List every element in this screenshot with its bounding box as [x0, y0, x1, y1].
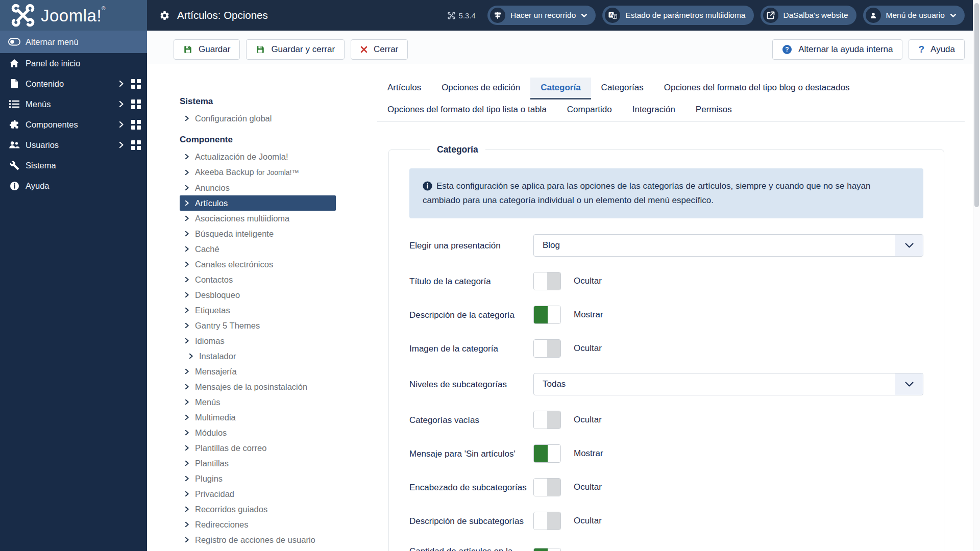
sidebar-item[interactable]: Panel de inicio: [0, 53, 147, 73]
form-row: Encabezado de subcategorías Ocultar: [409, 478, 923, 496]
options-nav: Sistema Configuración global Componente: [180, 64, 336, 551]
select-input[interactable]: Todas: [533, 373, 923, 395]
toggle-state-label: Ocultar: [574, 276, 602, 286]
options-nav-item[interactable]: Artículos: [180, 195, 336, 211]
options-nav-item[interactable]: Desbloqueo: [180, 287, 336, 303]
toggle-switch[interactable]: [533, 548, 561, 551]
options-nav-item[interactable]: Asociaciones multiidioma: [180, 211, 336, 226]
tab[interactable]: Compartido: [557, 99, 622, 121]
toggle-switch[interactable]: [533, 339, 561, 358]
options-nav-item[interactable]: Menús: [180, 394, 336, 410]
toggle-switch[interactable]: [533, 272, 561, 290]
toggle-switch[interactable]: [533, 478, 561, 496]
toggle-state-label: Ocultar: [574, 516, 602, 526]
chevron-right-icon: [185, 384, 189, 390]
options-nav-item[interactable]: Contactos: [180, 272, 336, 287]
tab[interactable]: Artículos: [377, 78, 431, 99]
sidebar-item-label: Sistema: [26, 161, 141, 170]
options-nav-item-label: Plantillas de correo: [195, 442, 266, 454]
scrollbar-thumb[interactable]: [974, 3, 979, 207]
tab[interactable]: Categoría: [530, 78, 591, 99]
tab[interactable]: Categorías: [591, 78, 654, 99]
toggle-switch[interactable]: [533, 306, 561, 324]
save-and-close-button[interactable]: Guardar y cerrar: [246, 39, 345, 60]
chevron-down-icon: [950, 12, 957, 19]
options-nav-item[interactable]: Recorridos guiados: [180, 502, 336, 517]
joomla-logo-area[interactable]: Joomla!®: [0, 0, 147, 31]
options-nav-item[interactable]: Anuncios: [180, 180, 336, 195]
tab[interactable]: Integración: [622, 99, 685, 121]
options-nav-item-label: Plantillas: [195, 458, 229, 469]
options-nav-item[interactable]: Privacidad: [180, 486, 336, 502]
chevron-right-icon: [185, 414, 189, 420]
options-nav-item[interactable]: Búsqueda inteligente: [180, 226, 336, 241]
options-nav-item[interactable]: Mensajería: [180, 364, 336, 379]
toggle-switch[interactable]: [533, 444, 561, 463]
help-button[interactable]: ? Ayuda: [909, 39, 965, 60]
options-nav-item[interactable]: Tareas programadas: [180, 547, 336, 551]
tab[interactable]: Permisos: [685, 99, 742, 121]
user-menu-button[interactable]: Menú de usuario: [863, 6, 965, 25]
options-nav-item[interactable]: Registro de acciones de usuario: [180, 532, 336, 547]
options-nav-item[interactable]: Plugins: [180, 471, 336, 486]
options-nav-item[interactable]: Gantry 5 Themes: [180, 318, 336, 333]
toggle-switch[interactable]: [533, 512, 561, 530]
row-label: Niveles de subcategorías: [409, 379, 533, 390]
options-nav-item[interactable]: Plantillas de correo: [180, 440, 336, 456]
options-nav-item[interactable]: Akeeba Backup for Joomla!™: [180, 164, 336, 180]
sidebar-item[interactable]: Sistema: [0, 155, 147, 176]
options-nav-item[interactable]: Mensajes de la posinstalación: [180, 379, 336, 394]
options-nav-item[interactable]: Plantillas: [180, 456, 336, 471]
options-nav-heading: Sistema: [180, 96, 336, 107]
options-nav-item-label: Canales electrónicos: [195, 259, 273, 270]
sidebar-item-label: Ayuda: [26, 181, 141, 191]
options-nav-item[interactable]: Configuración global: [180, 111, 336, 126]
tab[interactable]: Opciones del formato del tipo blog o des…: [654, 78, 860, 99]
options-nav-item[interactable]: Multimedia: [180, 410, 336, 425]
options-nav-item[interactable]: Redirecciones: [180, 517, 336, 532]
website-link-button[interactable]: DaSalba's website: [761, 6, 856, 25]
toggle-inline-help-button[interactable]: ? Alternar la ayuda interna: [772, 39, 902, 60]
sidebar-item[interactable]: Alternar menú: [0, 31, 147, 53]
take-tour-button[interactable]: Hacer un recorrido: [487, 6, 596, 25]
sidebar-item[interactable]: Contenido: [0, 73, 147, 94]
options-nav-item-label: Recorridos guiados: [195, 504, 267, 515]
options-nav-item[interactable]: Etiquetas: [180, 303, 336, 318]
dashboard-grid-icon[interactable]: [131, 140, 141, 150]
options-nav-item[interactable]: Idiomas: [180, 333, 336, 348]
chevron-right-icon: [185, 231, 189, 237]
options-nav-item[interactable]: Caché: [180, 241, 336, 257]
dashboard-grid-icon[interactable]: [131, 120, 141, 130]
close-button[interactable]: Cerrar: [351, 39, 408, 60]
page-title: Artículos: Opciones: [177, 9, 268, 21]
sidebar-item[interactable]: Menús: [0, 94, 147, 114]
chevron-right-icon: [185, 399, 189, 405]
tab[interactable]: Opciones de edición: [431, 78, 530, 99]
options-nav-item[interactable]: Actualización de Joomla!: [180, 149, 336, 164]
row-label: Encabezado de subcategorías: [409, 482, 533, 493]
toggle-menu-icon: [8, 38, 20, 46]
document-icon: [10, 79, 19, 89]
chevron-right-icon: [185, 460, 189, 466]
gear-icon: [159, 10, 170, 21]
tab[interactable]: Opciones del formato del tipo lista o ta…: [377, 99, 557, 121]
chevron-right-icon: [185, 445, 189, 451]
options-nav-item[interactable]: Canales electrónicos: [180, 257, 336, 272]
options-nav-item-label: Akeeba Backup for Joomla!™: [195, 166, 299, 178]
menu-list-icon: [9, 99, 19, 109]
options-nav-item-label: Gantry 5 Themes: [195, 320, 260, 331]
dashboard-grid-icon[interactable]: [131, 79, 141, 89]
save-button[interactable]: Guardar: [174, 39, 240, 60]
sidebar-item[interactable]: Componentes: [0, 114, 147, 135]
dashboard-grid-icon[interactable]: [131, 99, 141, 109]
options-nav-item[interactable]: Módulos: [180, 425, 336, 440]
scrollbar-track[interactable]: [973, 0, 980, 551]
toggle-switch[interactable]: [533, 411, 561, 429]
chevron-right-icon: [185, 115, 189, 121]
chevron-right-icon: [185, 246, 189, 252]
select-input[interactable]: Blog: [533, 234, 923, 257]
options-nav-item[interactable]: Instalador: [180, 348, 336, 364]
sidebar-item[interactable]: Usuarios: [0, 135, 147, 155]
sidebar-item[interactable]: Ayuda: [0, 176, 147, 196]
multilingual-status-button[interactable]: A Estado de parámetros multiidioma: [602, 6, 753, 25]
